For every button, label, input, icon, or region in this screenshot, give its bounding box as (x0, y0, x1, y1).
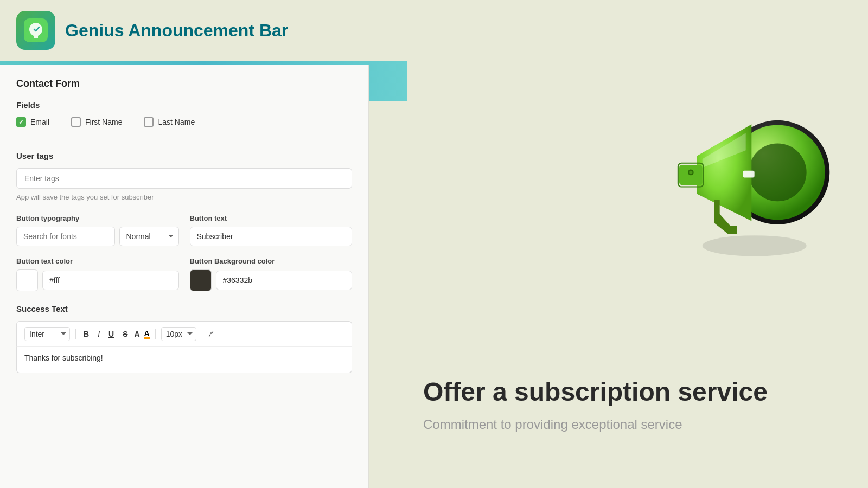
section-title: Contact Form (16, 78, 352, 89)
text-color-label: Button text color (16, 257, 179, 265)
bg-color-swatch[interactable] (190, 269, 212, 291)
color-section: Button text color Button Background colo… (16, 257, 352, 291)
svg-rect-7 (743, 171, 754, 178)
promo-heading: Offer a subscription service (423, 377, 768, 407)
tags-input[interactable] (16, 168, 352, 189)
svg-point-9 (689, 171, 692, 174)
right-panel: Offer a subscription service Commitment … (380, 65, 868, 488)
app-title: Genius Announcement Bar (65, 21, 288, 41)
divider-1 (16, 140, 352, 140)
tags-hint: App will save the tags you set for subsc… (16, 193, 352, 201)
email-field-label: Email (30, 118, 49, 126)
button-typography-label: Button typography (16, 214, 179, 222)
font-size-select[interactable]: 10px 12px 14px 16px (161, 327, 196, 341)
success-text-label: Success Text (16, 304, 352, 313)
clear-format-button[interactable]: 𝘐x (208, 329, 214, 339)
last-name-field-label: Last Name (158, 118, 195, 126)
bg-color-group: Button Background color (190, 257, 353, 291)
highlight-a[interactable]: A (144, 329, 150, 339)
underline-button[interactable]: U (106, 329, 116, 339)
megaphone-svg (662, 87, 835, 260)
promo-text: Offer a subscription service Commitment … (423, 377, 768, 455)
strike-button[interactable]: S (120, 329, 130, 339)
bg-color-input-row (190, 269, 353, 291)
left-panel: Contact Form Fields Email First Name Las… (0, 65, 369, 488)
bg-color-input[interactable] (216, 271, 353, 290)
toolbar-sep-1 (75, 329, 76, 339)
promo-subheading: Commitment to providing exceptional serv… (423, 415, 768, 434)
email-checkbox[interactable] (16, 117, 26, 127)
italic-button[interactable]: I (95, 329, 102, 339)
fields-label: Fields (16, 100, 352, 110)
user-tags-section: User tags App will save the tags you set… (16, 151, 352, 201)
svg-point-1 (703, 235, 807, 256)
success-text-content[interactable]: Thanks for subscribing! (16, 347, 352, 373)
text-editor-toolbar: Inter Arial Georgia B I U S A A 10px 12p… (16, 321, 352, 347)
font-controls: Normal Bold Italic Light (16, 227, 179, 246)
text-color-group: Button text color (16, 257, 179, 291)
field-last-name[interactable]: Last Name (144, 117, 195, 127)
toolbar-sep-2 (155, 329, 156, 339)
form-section: Contact Form Fields Email First Name Las… (0, 65, 368, 399)
button-text-label: Button text (190, 214, 353, 222)
header: Genius Announcement Bar (0, 0, 868, 61)
bold-button[interactable]: B (81, 329, 91, 339)
svg-point-4 (749, 144, 807, 202)
first-name-checkbox[interactable] (71, 117, 81, 127)
button-text-input[interactable] (190, 227, 353, 246)
font-style-select[interactable]: Normal Bold Italic Light (119, 227, 179, 246)
user-tags-label: User tags (16, 151, 352, 160)
fields-row: Email First Name Last Name (16, 117, 352, 127)
last-name-checkbox[interactable] (144, 117, 154, 127)
text-color-input[interactable] (42, 271, 179, 290)
megaphone-illustration (662, 87, 835, 260)
field-email[interactable]: Email (16, 117, 49, 127)
success-section: Success Text Inter Arial Georgia B I U S… (16, 304, 352, 373)
typography-text-row: Button typography Normal Bold Italic Lig… (16, 214, 352, 246)
button-text-group: Button text (190, 214, 353, 246)
text-color-a[interactable]: A (134, 330, 139, 338)
font-family-select[interactable]: Inter Arial Georgia (24, 327, 70, 341)
font-search-input[interactable] (16, 227, 115, 246)
first-name-field-label: First Name (85, 118, 122, 126)
text-color-input-row (16, 269, 179, 291)
field-first-name[interactable]: First Name (71, 117, 122, 127)
text-color-swatch[interactable] (16, 269, 38, 291)
toolbar-sep-3 (202, 329, 202, 339)
button-typography-group: Button typography Normal Bold Italic Lig… (16, 214, 179, 246)
logo-svg (24, 18, 48, 42)
app-logo (16, 11, 55, 50)
bg-color-label: Button Background color (190, 257, 353, 265)
